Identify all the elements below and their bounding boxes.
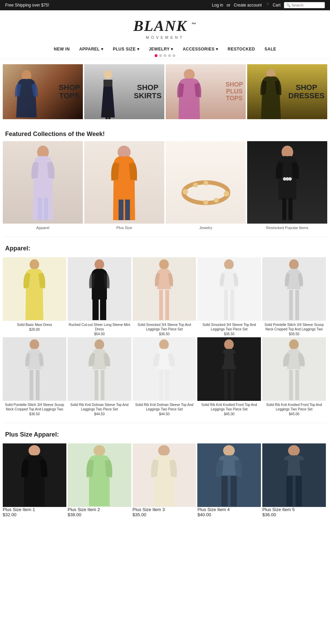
product-10[interactable]: Solid Rib Knit Knotted Front Top And Leg… [262,337,326,416]
search-input[interactable] [292,3,322,7]
product-3-name: Solid Smocked 3/4 Sleeve Top And Legging… [133,323,196,331]
banner-dresses-shop: SHOP [288,83,324,92]
product-8-price: $44.50 [133,412,196,416]
plus-product-5[interactable]: Plus Size Item 5 $36.00 [262,443,326,517]
product-1-price: $20.00 [3,328,66,331]
product-7[interactable]: Solid Rib Knit Dolman Sleeve Top And Leg… [68,337,131,416]
collection-plus-label: Plus Size [84,226,164,230]
nav-accessories[interactable]: ACCESSORIES ▾ [183,47,218,52]
svg-point-57 [223,445,235,456]
product-6-name: Solid Pointelle Stitch 3/4 Sleeve Scoop … [3,403,66,411]
nav-sale[interactable]: SALE [265,47,276,52]
svg-rect-38 [295,290,299,320]
logo-subtitle: MOVEMENT [3,35,327,39]
plus-product-3[interactable]: Plus Size Item 3 $35.00 [133,443,196,517]
nav-restocked[interactable]: RESTOCKED [228,47,255,52]
product-1[interactable]: Solid Basic Maxi Dress $20.00 [3,257,66,336]
svg-rect-61 [286,476,293,506]
product-6[interactable]: Solid Pointelle Stitch 3/4 Sleeve Scoop … [3,337,66,416]
banner-tops[interactable]: SHOP TOPS [3,64,83,119]
product-9-price: $45.00 [197,412,261,416]
plus-4-price: $40.00 [197,512,261,517]
product-7-name: Solid Rib Knit Dolman Sleeve Top And Leg… [68,403,131,411]
plus-product-4[interactable]: Plus Size Item 4 $40.00 [197,443,261,517]
create-account-link[interactable]: Create account [234,3,262,8]
collection-jewelry[interactable]: Jewelry [166,141,246,230]
site-logo[interactable]: BLANK ~ [3,17,327,35]
product-5[interactable]: Solid Pointelle Stitch 3/4 Sleeve Scoop … [262,257,326,336]
product-2[interactable]: Ruched Cut-out Sheer Long Sleeve Mini Dr… [68,257,131,336]
svg-rect-41 [36,370,40,400]
svg-rect-32 [165,290,169,320]
svg-rect-21 [282,198,286,220]
svg-rect-12 [125,200,130,220]
svg-rect-9 [44,198,48,220]
cart-bracket: 「 [265,2,269,8]
svg-point-26 [30,259,39,270]
product-8[interactable]: Solid Rib Knit Dolman Sleeve Top And Leg… [133,337,196,416]
product-5-price: $36.50 [262,332,326,336]
cart-link[interactable]: Cart [273,3,280,8]
svg-point-1 [104,70,112,79]
nav-plus-size[interactable]: PLUS SIZE ▾ [113,47,139,52]
banner-dresses[interactable]: SHOP DRESSES [247,64,327,119]
product-7-price: $44.50 [68,412,131,416]
plus-product-2[interactable]: Plus Size Item 2 $38.00 [68,443,131,517]
product-10-price: $45.00 [262,412,326,416]
dot-3[interactable] [164,54,166,57]
banner-plus-tops: TOPS [226,95,243,102]
plus-3-price: $35.00 [133,512,196,517]
plus-2-price: $38.00 [68,512,131,517]
svg-rect-3 [106,111,108,119]
collection-apparel[interactable]: Apparel [3,141,83,230]
product-4-name: Solid Smocked 3/4 Sleeve Top And Legging… [197,323,261,331]
search-box: 🔍 [284,2,325,8]
plus-5-name: Plus Size Item 5 [262,507,326,512]
plus-3-name: Plus Size Item 3 [133,507,196,512]
svg-rect-29 [100,299,106,320]
banner-skirts-shop: SHOP [134,83,162,92]
svg-point-56 [158,445,170,456]
plus-4-name: Plus Size Item 4 [197,507,261,512]
login-link[interactable]: Log in [212,3,223,8]
svg-rect-28 [92,299,99,320]
shop-banners: SHOP TOPS SHOP SKIRTS [0,59,330,124]
collection-restocked[interactable]: Restocked Popular Items [247,141,327,230]
svg-point-17 [214,198,219,203]
svg-rect-47 [165,370,169,400]
product-6-price: $36.50 [3,412,66,416]
divider-1 [3,237,327,237]
svg-rect-34 [224,290,228,320]
dot-4[interactable] [168,54,171,57]
svg-point-14 [183,189,188,194]
product-4[interactable]: Solid Smocked 3/4 Sleeve Top And Legging… [197,257,261,336]
collection-plus[interactable]: Plus Size [84,141,164,230]
dot-5[interactable] [173,54,175,57]
banner-tops-label: TOPS [59,92,80,100]
svg-rect-8 [38,198,42,220]
banner-skirts[interactable]: SHOP SKIRTS [84,64,164,119]
svg-point-39 [30,339,39,350]
banner-plus-tops[interactable]: SHOP PLUS TOPS [166,64,246,119]
nav-apparel[interactable]: APPAREL ▾ [79,47,103,52]
plus-2-name: Plus Size Item 2 [68,507,131,512]
product-3[interactable]: Solid Smocked 3/4 Sleeve Top And Legging… [133,257,196,336]
product-9[interactable]: Solid Rib Knit Knotted Front Top And Leg… [197,337,261,416]
svg-rect-62 [296,476,302,506]
svg-rect-22 [288,198,293,220]
top-bar-right: Log in or Create account 「 Cart 🔍 [212,2,325,8]
nav-jewelry[interactable]: JEWELRY ▾ [149,47,173,52]
svg-point-30 [159,259,169,270]
dot-1[interactable] [155,54,157,57]
search-icon: 🔍 [286,3,290,7]
nav-new-in[interactable]: NEW IN [54,47,69,52]
or-text: or [227,3,230,8]
collection-jewelry-label: Jewelry [166,226,246,230]
product-4-price: $36.50 [197,332,261,336]
svg-point-42 [95,339,104,350]
product-3-price: $36.50 [133,332,196,336]
plus-product-1[interactable]: Plus Size Item 1 $32.00 [3,443,66,517]
product-2-name: Ruched Cut-out Sheer Long Sleeve Mini Dr… [68,323,131,331]
dot-2[interactable] [159,54,162,57]
svg-point-18 [204,181,208,185]
